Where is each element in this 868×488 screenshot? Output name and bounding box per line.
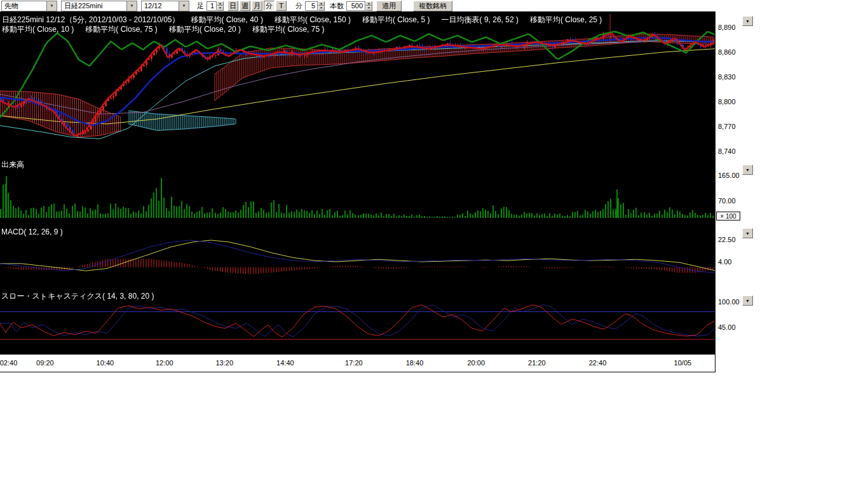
bars-stepper[interactable]: 500 ▲▼ — [346, 1, 372, 11]
spinner-icon[interactable]: ▲▼ — [217, 1, 224, 11]
panel-menu-dropdown-button[interactable]: ▼ — [742, 16, 753, 26]
time-label: 18:40 — [406, 359, 424, 367]
period-button-day[interactable]: 日 — [227, 1, 238, 11]
bars-label: 本数 — [330, 1, 344, 11]
bars-value: 500 — [346, 1, 365, 11]
indicator-label: 移動平均( Close, 150 ) — [275, 15, 351, 24]
price-chart-canvas[interactable] — [0, 11, 715, 355]
price-axis-label: 8,740 — [718, 147, 736, 155]
date-select[interactable]: 12/12 ▼ — [141, 1, 189, 11]
apply-button[interactable]: 適用 — [376, 1, 402, 11]
interval-value: 1 — [207, 1, 217, 11]
minutes-value: 5 — [305, 1, 318, 11]
macd-panel-title: MACD( 12, 26, 9 ) — [1, 227, 63, 236]
minutes-stepper[interactable]: 5 ▲▼ — [305, 1, 325, 11]
volume-multiplier-badge: × 100 — [716, 212, 740, 220]
chart-panel: 日経225mini 12/12（5分, 2012/10/03 - 2012/10… — [0, 11, 715, 372]
time-label: 13:20 — [215, 359, 233, 367]
price-axis-label: 8,830 — [718, 73, 736, 81]
instrument-type-value: 先物 — [2, 1, 46, 11]
period-button-group: 日週月分T — [227, 1, 288, 11]
stoch-panel-title: スロー・ストキャスティクス( 14, 3, 80, 20 ) — [1, 291, 154, 302]
time-label: 21:20 — [528, 359, 546, 367]
chart-application: 先物 ▼ 日経225mini ▼ 12/12 ▼ 足 1 ▲▼ 日週月分T 分 … — [0, 0, 868, 488]
indicator-label: 移動平均( Close, 20 ) — [169, 25, 241, 34]
symbol-select[interactable]: 日経225mini ▼ — [61, 1, 137, 11]
time-label: 22:40 — [589, 359, 607, 367]
spinner-icon[interactable]: ▲▼ — [318, 1, 325, 11]
symbol-value: 日経225mini — [62, 1, 126, 11]
date-value: 12/12 — [142, 1, 179, 11]
spinner-icon[interactable]: ▲▼ — [365, 1, 372, 11]
macd-axis-label: 22.50 — [718, 236, 736, 243]
period-button-week[interactable]: 週 — [240, 1, 250, 11]
price-axis-label: 8,890 — [718, 24, 736, 31]
minutes-label: 分 — [295, 1, 302, 11]
time-label: 02:40 — [0, 359, 17, 367]
indicator-label: 移動平均( Close, 75 ) — [252, 25, 324, 34]
macd-axis-label: 4.00 — [718, 258, 731, 266]
volume-axis-label: 70.00 — [718, 197, 736, 205]
value-axis-column: × 100 8,8908,8608,8308,8008,7708,740165.… — [715, 11, 755, 372]
stoch-axis-label: 45.00 — [718, 323, 736, 331]
time-axis: 02:4009:2010:4012:0013:2014:4017:2018:40… — [0, 355, 715, 372]
indicator-label: 移動平均( Close, 5 ) — [362, 15, 430, 24]
toolbar: 先物 ▼ 日経225mini ▼ 12/12 ▼ 足 1 ▲▼ 日週月分T 分 … — [0, 0, 868, 11]
multi-symbol-button[interactable]: 複数銘柄 — [413, 1, 452, 11]
interval-stepper[interactable]: 1 ▲▼ — [207, 1, 224, 11]
indicator-label: 移動平均( Close, 25 ) — [530, 15, 602, 24]
instrument-type-select[interactable]: 先物 ▼ — [1, 1, 57, 11]
panel-menu-dropdown-button[interactable]: ▼ — [742, 228, 753, 238]
time-label: 12:00 — [156, 359, 173, 367]
price-axis-label: 8,800 — [718, 98, 736, 105]
time-label: 20:00 — [467, 359, 485, 367]
indicator-label: 移動平均( Close, 75 ) — [85, 25, 157, 34]
price-axis-label: 8,860 — [718, 48, 736, 56]
time-label: 17:20 — [345, 359, 363, 367]
ashi-label: 足 — [197, 1, 204, 11]
chart-title-line2: 移動平均( Close, 10 )移動平均( Close, 75 )移動平均( … — [2, 24, 336, 35]
time-label: 10/05 — [674, 359, 692, 367]
volume-panel-title: 出来高 — [1, 159, 24, 170]
stoch-axis-label: 100.00 — [718, 298, 740, 306]
dropdown-arrow-icon[interactable]: ▼ — [46, 1, 57, 11]
period-button-month[interactable]: 月 — [252, 1, 262, 11]
panel-menu-dropdown-button[interactable]: ▼ — [742, 295, 753, 306]
panel-menu-dropdown-button[interactable]: ▼ — [742, 165, 753, 175]
volume-axis-label: 165.00 — [718, 172, 740, 179]
time-label: 09:20 — [36, 359, 54, 367]
price-axis-label: 8,770 — [718, 123, 736, 130]
indicator-label: 移動平均( Close, 10 ) — [2, 25, 74, 34]
dropdown-arrow-icon[interactable]: ▼ — [179, 1, 189, 11]
time-label: 10:40 — [97, 359, 114, 367]
dropdown-arrow-icon[interactable]: ▼ — [126, 1, 137, 11]
time-label: 14:40 — [276, 359, 294, 367]
indicator-label: 移動平均( Close, 40 ) — [191, 15, 263, 24]
period-button-minute[interactable]: 分 — [264, 1, 275, 11]
period-button-tick[interactable]: T — [276, 1, 287, 11]
indicator-label: 一目均衡表( 9, 26, 52 ) — [442, 15, 519, 24]
indicator-label: 日経225mini 12/12（5分, 2012/10/03 - 2012/10… — [2, 15, 180, 24]
